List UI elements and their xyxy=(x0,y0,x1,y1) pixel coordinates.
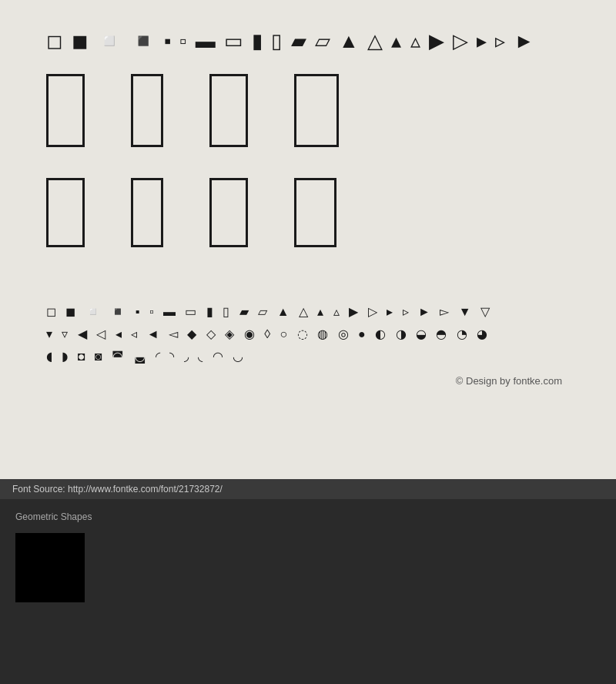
bottom-section: Geometric Shapes xyxy=(0,499,616,684)
large-glyph-6 xyxy=(131,178,163,247)
credit-section: © Design by fontke.com xyxy=(46,374,570,387)
top-glyph-row: ◻ ◼ ◽ ◾ ▪ ▫ ▬ ▭ ▮ ▯ ▰ ▱ ▲ △ ▴ ▵ ▶ ▷ ▸ ▹ … xyxy=(46,31,570,51)
large-glyph-4 xyxy=(294,74,339,147)
credit-text: © Design by fontke.com xyxy=(456,375,562,387)
large-glyph-1 xyxy=(46,74,85,147)
glyph-row-3: ◖ ◗ ◘ ◙ ◚ ◛ ◜ ◝ ◞ ◟ ◠ ◡ xyxy=(46,346,570,368)
large-glyphs-row-1 xyxy=(46,74,570,147)
top-glyph-chars: ◻ ◼ ◽ ◾ ▪ ▫ ▬ ▭ ▮ ▯ ▰ ▱ ▲ △ ▴ ▵ ▶ ▷ ▸ ▹ … xyxy=(46,31,535,51)
large-glyph-7 xyxy=(209,178,248,247)
black-square-preview xyxy=(15,533,85,602)
font-source-label: Font Source: http://www.fontke.com/font/… xyxy=(12,484,223,495)
large-glyph-5 xyxy=(46,178,85,247)
glyph-row-1: ◻ ◼ ◽ ◾ ▪ ▫ ▬ ▭ ▮ ▯ ▰ ▱ ▲ △ ▴ ▵ ▶ ▷ ▸ ▹ … xyxy=(46,301,570,324)
large-glyphs-row-2 xyxy=(46,178,570,247)
main-content-area: ◻ ◼ ◽ ◾ ▪ ▫ ▬ ▭ ▮ ▯ ▰ ▱ ▲ △ ▴ ▵ ▶ ▷ ▸ ▹ … xyxy=(0,0,616,479)
glyph-row-2: ▾ ▿ ◀ ◁ ◂ ◃ ◄ ◅ ◆ ◇ ◈ ◉ ◊ ○ ◌ ◍ ◎ ● ◐ ◑ … xyxy=(46,324,570,346)
glyph-rows-wrapper: ◻ ◼ ◽ ◾ ▪ ▫ ▬ ▭ ▮ ▯ ▰ ▱ ▲ △ ▴ ▵ ▶ ▷ ▸ ▹ … xyxy=(46,301,570,367)
footer-bar: Font Source: http://www.fontke.com/font/… xyxy=(0,479,616,499)
section-label: Geometric Shapes xyxy=(15,511,601,522)
large-glyph-2 xyxy=(131,74,163,147)
large-glyph-3 xyxy=(209,74,248,147)
large-glyph-8 xyxy=(294,178,336,247)
